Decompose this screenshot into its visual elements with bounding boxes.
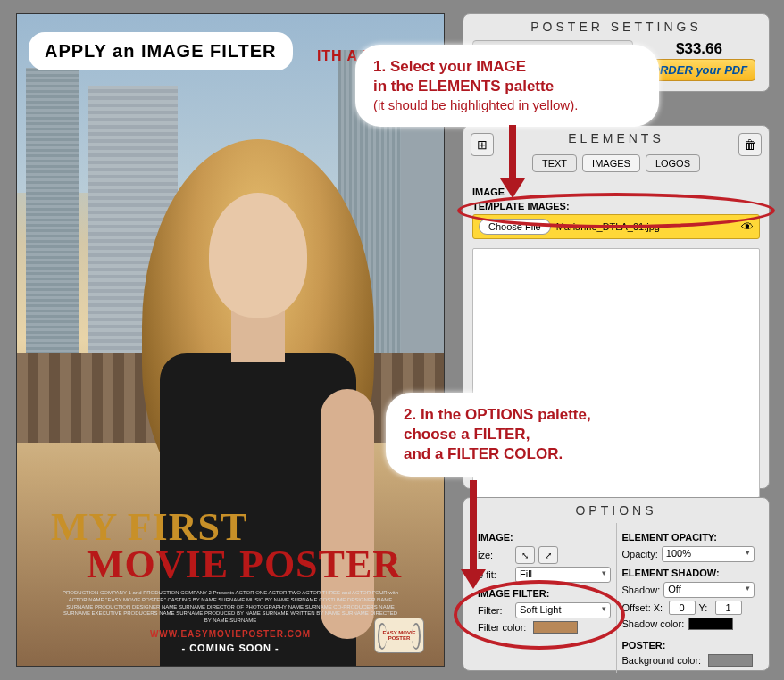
tab-logos[interactable]: LOGOS [646,154,700,172]
tab-images[interactable]: IMAGES [582,154,640,172]
arrow-2 [461,480,486,589]
image-filter-header: IMAGE FILTER: [478,588,611,599]
image-fit-select[interactable]: Fill [515,567,611,583]
callout2-line1: 2. In the OPTIONS palette, [404,405,636,425]
visibility-icon[interactable]: 👁 [741,220,754,234]
offset-x-label: Offset: X: [622,602,665,613]
bg-color-label: Background color: [622,655,705,666]
template-images-label: TEMPLATE IMAGES: [472,201,760,211]
image-options-header: IMAGE: [478,532,611,543]
options-title: OPTIONS [463,498,769,523]
order-pdf-button[interactable]: ORDER your PDF [643,59,755,81]
poster-options-header: POSTER: [622,640,755,651]
bg-color-swatch[interactable] [708,654,753,667]
filename-display: Marianne_DTLA_01.jpg [556,221,736,232]
filter-select[interactable]: Soft Light [515,602,611,618]
scale-up-button[interactable]: ⤢ [538,546,558,564]
arrow-1 [500,125,525,198]
settings-title: POSTER SETTINGS [463,14,769,39]
poster-credits: PRODUCTION COMPANY 1 and PRODUCTION COMP… [62,590,399,625]
poster-badge: EASY MOVIE POSTER [374,618,424,653]
shadow-select[interactable]: Off [663,582,755,598]
price-display: $33.66 [638,39,760,59]
tutorial-callout-2: 2. In the OPTIONS palette, choose a FILT… [386,393,654,477]
offset-y-input[interactable] [715,601,742,615]
offset-y-label: Y: [699,602,712,613]
add-icon: ⊞ [477,137,488,152]
choose-file-button[interactable]: Choose File [479,219,551,235]
tab-text[interactable]: TEXT [532,154,577,172]
shadow-header: ELEMENT SHADOW: [622,568,755,578]
image-file-row[interactable]: Choose File Marianne_DTLA_01.jpg 👁 [472,214,760,239]
callout2-line2: choose a FILTER, [404,425,636,444]
callout1-line1: 1. Select your IMAGE [373,57,641,77]
filter-color-swatch[interactable] [533,621,578,634]
filter-label: Filter: [478,605,512,616]
opacity-header: ELEMENT OPACITY: [622,532,755,543]
shadow-color-swatch[interactable] [688,618,733,630]
shadow-label: Shadow: [622,585,661,595]
callout1-line2: in the ELEMENTS palette [373,77,641,96]
delete-element-button[interactable]: 🗑 [738,133,762,156]
shadow-color-label: Shadow color: [622,618,685,629]
add-element-button[interactable]: ⊞ [471,133,494,156]
poster-title-line2: MOVIE POSTER [87,542,402,587]
filter-color-label: Filter color: [478,622,530,633]
tutorial-header: APPLY an IMAGE FILTER [29,32,293,70]
callout2-line3: and a FILTER COLOR. [404,444,636,464]
trash-icon: 🗑 [744,137,756,152]
offset-x-input[interactable] [669,601,696,615]
options-panel: OPTIONS IMAGE: ize: ⤡ ⤢ e fit: Fill IMAG… [463,497,770,671]
opacity-label: Opacity: [622,549,658,560]
callout1-line3: (it should be highlighted in yellow). [373,96,641,114]
scale-down-button[interactable]: ⤡ [515,546,535,564]
opacity-select[interactable]: 100% [662,546,755,562]
tutorial-callout-1: 1. Select your IMAGE in the ELEMENTS pal… [355,45,659,127]
